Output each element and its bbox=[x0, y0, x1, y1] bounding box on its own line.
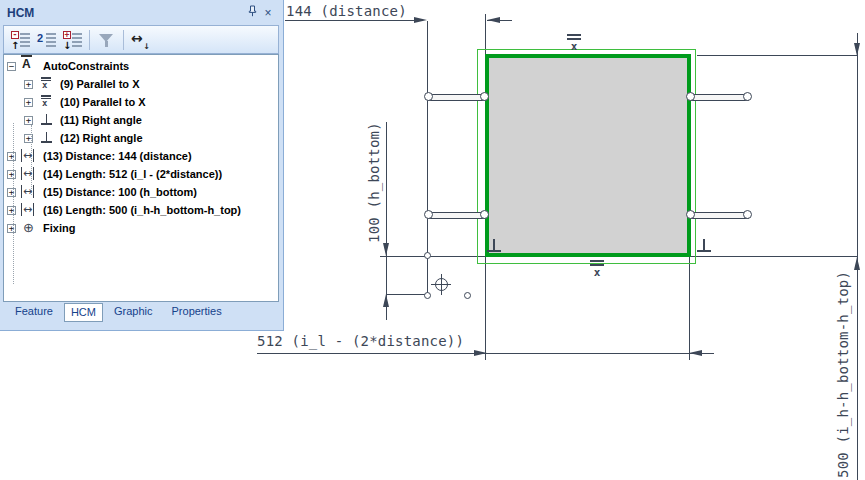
right-angle-symbol bbox=[697, 239, 711, 252]
tree-item-label: (14) Length: 512 (i_l - (2*distance)) bbox=[43, 168, 222, 180]
toolbar-separator bbox=[89, 30, 90, 50]
pin-icon bbox=[247, 5, 258, 17]
toolbar-separator bbox=[123, 30, 124, 50]
expand-all-icon[interactable]: + ↓ bbox=[63, 31, 82, 49]
dimension-label-height[interactable]: 500 (i_h-h_bottom-h_top) bbox=[835, 276, 851, 478]
parallel-x-icon: x bbox=[38, 76, 51, 89]
tab-graphic[interactable]: Graphic bbox=[106, 303, 161, 320]
up-arrow-icon: ↑ bbox=[11, 40, 19, 51]
joint-circle bbox=[743, 92, 752, 101]
distance-icon: ↔ bbox=[21, 203, 34, 216]
rod-right-top[interactable] bbox=[690, 94, 749, 101]
tree-item-label: (10) Parallel to X bbox=[60, 96, 146, 108]
expand-box-icon[interactable]: + bbox=[7, 224, 16, 233]
dimension-label-length[interactable]: 512 (i_l - (2*distance)) bbox=[257, 333, 464, 349]
dimension-label-h-bottom[interactable]: 100 (h_bottom) bbox=[366, 123, 382, 243]
tree-item[interactable]: +(11) Right angle bbox=[4, 111, 278, 129]
autoconstraint-icon: A bbox=[21, 55, 32, 71]
plus-badge-icon: + bbox=[63, 31, 71, 39]
tree-item-label: (13) Distance: 144 (distance) bbox=[43, 150, 192, 162]
fit-width-icon[interactable]: ↔ ↓ bbox=[131, 31, 150, 49]
panel-tab-bar: FeatureHCMGraphicProperties bbox=[0, 300, 283, 330]
right-angle-icon bbox=[41, 114, 52, 125]
joint-circle bbox=[743, 210, 752, 219]
expand-box-icon[interactable]: + bbox=[24, 116, 33, 125]
parallel-to-x-symbol: x bbox=[590, 260, 604, 278]
expand-box-icon[interactable]: + bbox=[7, 152, 16, 161]
parallel-bar bbox=[590, 260, 604, 262]
autoconstraint-icon: A bbox=[21, 58, 40, 74]
point-circle bbox=[464, 292, 471, 299]
level-2-label: 2 bbox=[37, 32, 43, 44]
expand-box-icon[interactable]: + bbox=[24, 80, 33, 89]
distance-icon: ↔ bbox=[21, 167, 34, 180]
tab-feature[interactable]: Feature bbox=[7, 303, 61, 320]
filter-icon[interactable] bbox=[97, 31, 116, 49]
dimension-line bbox=[386, 122, 387, 320]
tree-item[interactable]: +↔(15) Distance: 100 (h_bottom) bbox=[4, 183, 278, 201]
tree-item[interactable]: +x(9) Parallel to X bbox=[4, 75, 278, 93]
distance-icon: ↔ bbox=[21, 166, 40, 182]
distance-icon: ↔ bbox=[21, 148, 40, 164]
parallel-x-icon: x bbox=[38, 94, 51, 107]
right-angle-icon bbox=[38, 112, 57, 128]
arrowhead bbox=[487, 17, 500, 23]
expand-box-icon[interactable]: + bbox=[7, 170, 16, 179]
tree-item[interactable]: +↔(14) Length: 512 (i_l - (2*distance)) bbox=[4, 165, 278, 183]
expand-box-icon[interactable]: + bbox=[7, 188, 16, 197]
arrowhead bbox=[854, 43, 860, 56]
close-icon[interactable]: × bbox=[260, 6, 276, 20]
expand-box-icon[interactable]: + bbox=[7, 206, 16, 215]
rod-left-top[interactable] bbox=[428, 94, 486, 101]
extension-line bbox=[386, 294, 428, 295]
tree-item[interactable]: +(12) Right angle bbox=[4, 129, 278, 147]
arrowhead bbox=[474, 350, 487, 356]
joint-circle bbox=[424, 92, 433, 101]
collapse-all-icon[interactable]: - ↑ bbox=[11, 31, 30, 49]
tree-item[interactable]: +⊕Fixing bbox=[4, 219, 278, 237]
tree-item[interactable]: +↔(13) Distance: 144 (distance) bbox=[4, 147, 278, 165]
joint-circle bbox=[480, 210, 489, 219]
distance-icon: ↔ bbox=[21, 185, 34, 198]
fixing-icon: ⊕ bbox=[23, 220, 34, 235]
tree-item[interactable]: −AAutoConstraints bbox=[4, 57, 278, 75]
arrowhead bbox=[854, 257, 860, 270]
parallel-x-icon: x bbox=[38, 76, 57, 92]
down-arrow-icon: ↓ bbox=[63, 40, 71, 51]
pin-icon[interactable] bbox=[244, 5, 260, 20]
tab-properties[interactable]: Properties bbox=[164, 303, 230, 320]
panel-toolbar: - ↑ 2 + ↓ ↔ ↓ bbox=[3, 25, 279, 54]
dimension-label-distance[interactable]: 144 (distance) bbox=[286, 3, 407, 19]
panel-title: HCM bbox=[7, 6, 244, 20]
panel-header[interactable]: HCM × bbox=[0, 0, 283, 25]
tree-item-label: (11) Right angle bbox=[60, 114, 142, 126]
extension-line bbox=[689, 255, 690, 360]
sketch-square[interactable] bbox=[485, 54, 691, 257]
joint-circle bbox=[424, 210, 433, 219]
distance-icon: ↔ bbox=[21, 184, 40, 200]
tree-item[interactable]: +x(10) Parallel to X bbox=[4, 93, 278, 111]
arrowhead bbox=[689, 350, 702, 356]
distance-icon: ↔ bbox=[21, 202, 40, 218]
fixing-icon: ⊕ bbox=[21, 220, 40, 236]
rod-left-bottom[interactable] bbox=[428, 212, 486, 219]
expand-level-2-icon[interactable]: 2 bbox=[37, 31, 56, 49]
joint-circle bbox=[480, 92, 489, 101]
tree-item-label: (15) Distance: 100 (h_bottom) bbox=[43, 186, 197, 198]
tree-item[interactable]: +↔(16) Length: 500 (i_h-h_bottom-h_top) bbox=[4, 201, 278, 219]
extension-line bbox=[697, 55, 858, 56]
point-circle bbox=[424, 292, 431, 299]
tree-item-label: (9) Parallel to X bbox=[60, 78, 139, 90]
small-down-arrow-icon: ↓ bbox=[143, 42, 150, 51]
list-lines-icon bbox=[20, 33, 30, 47]
rod-right-bottom[interactable] bbox=[690, 212, 749, 219]
collapse-box-icon[interactable]: − bbox=[7, 62, 16, 71]
expand-box-icon[interactable]: + bbox=[24, 98, 33, 107]
point-circle bbox=[424, 252, 431, 259]
parallel-x-glyph: x bbox=[567, 42, 581, 52]
fixing-cross bbox=[441, 274, 442, 295]
tab-hcm[interactable]: HCM bbox=[64, 303, 103, 322]
list-lines-icon bbox=[46, 33, 56, 47]
right-angle-symbol bbox=[487, 239, 501, 252]
distance-icon: ↔ bbox=[21, 149, 34, 162]
